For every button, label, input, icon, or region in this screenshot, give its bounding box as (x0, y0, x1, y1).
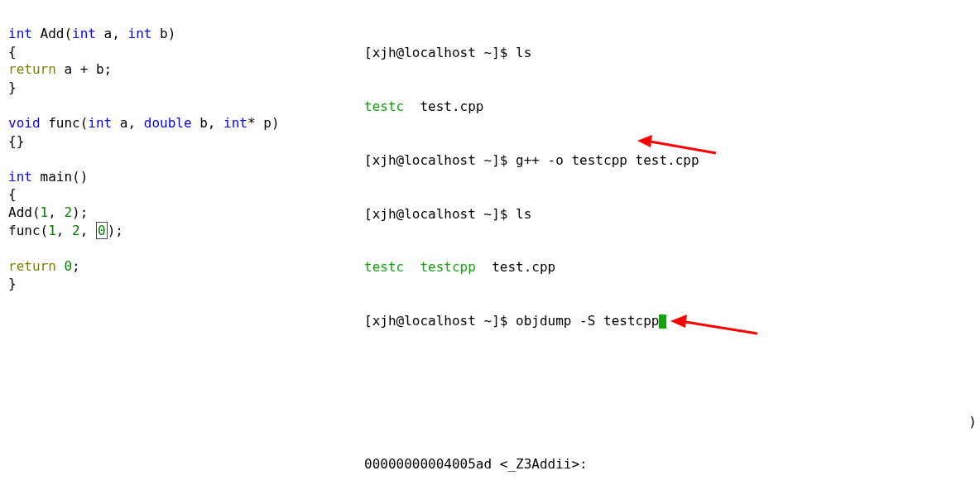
literal-0: 0 (98, 223, 106, 238)
comma: , (112, 26, 127, 41)
type-void: void (8, 115, 41, 131)
empty-body: {} (8, 132, 364, 151)
call-add: Add( (8, 204, 41, 220)
cursor[interactable]: 0 (96, 222, 108, 239)
type-int: int (128, 26, 152, 41)
exec-file: testc testcpp (364, 259, 476, 275)
type-int: int (8, 169, 32, 185)
file: test.cpp (404, 98, 483, 114)
stray-paren: ) (968, 414, 977, 430)
type-int: int (72, 26, 96, 41)
prompt: [xjh@localhost ~]$ (364, 206, 516, 222)
main-name: main() (32, 169, 88, 185)
cmd: objdump -S testcpp (516, 313, 659, 329)
comma: , (48, 204, 64, 220)
space (56, 258, 65, 274)
exec-file: testc (364, 98, 404, 114)
param-b: b) (151, 26, 175, 41)
file: test.cpp (476, 259, 555, 275)
brace: { (8, 185, 364, 204)
brace: } (8, 79, 364, 97)
source-pane: int Add(int a, int b) { return a + b; } … (8, 8, 364, 293)
type-int: int (223, 115, 247, 131)
cmd: ls (516, 45, 531, 60)
cmd: ls (516, 206, 531, 222)
comma: , (80, 223, 96, 238)
comma: , (56, 223, 72, 238)
comma: , (128, 115, 144, 131)
brace: { (8, 43, 364, 61)
prompt: [xjh@localhost ~]$ (364, 152, 516, 168)
literal-0: 0 (64, 258, 72, 274)
comma: , (208, 115, 223, 131)
return-expr: a + b; (56, 61, 112, 77)
func-name: func( (41, 115, 89, 131)
type-double: double (144, 115, 192, 131)
literal-1: 1 (41, 204, 49, 220)
param-a: a (112, 115, 127, 131)
param-b: b (192, 115, 208, 131)
param-a: a (96, 26, 112, 41)
terminal-cursor (659, 315, 666, 329)
prompt: [xjh@localhost ~]$ (364, 313, 516, 329)
literal-2: 2 (64, 204, 72, 220)
terminal-pane[interactable]: [xjh@localhost ~]$ ls testc test.cpp [xj… (364, 8, 972, 485)
type-int: int (88, 115, 112, 131)
section-header-add: 00000000004005ad <_Z3Addii>: (364, 455, 972, 473)
call-func: func( (8, 223, 48, 238)
call-end: ); (72, 204, 88, 220)
return-kw: return (8, 258, 56, 274)
semi: ; (72, 258, 80, 274)
type-int: int (8, 26, 32, 41)
literal-1: 1 (48, 223, 56, 238)
prompt: [xjh@localhost ~]$ (364, 45, 516, 60)
literal-2: 2 (72, 223, 80, 238)
call-end: ); (108, 223, 123, 238)
param-p: * p) (247, 115, 280, 131)
cmd: g++ -o testcpp test.cpp (516, 152, 699, 168)
brace: } (8, 275, 364, 293)
return-kw: return (8, 61, 56, 77)
add-name: Add( (32, 26, 72, 41)
